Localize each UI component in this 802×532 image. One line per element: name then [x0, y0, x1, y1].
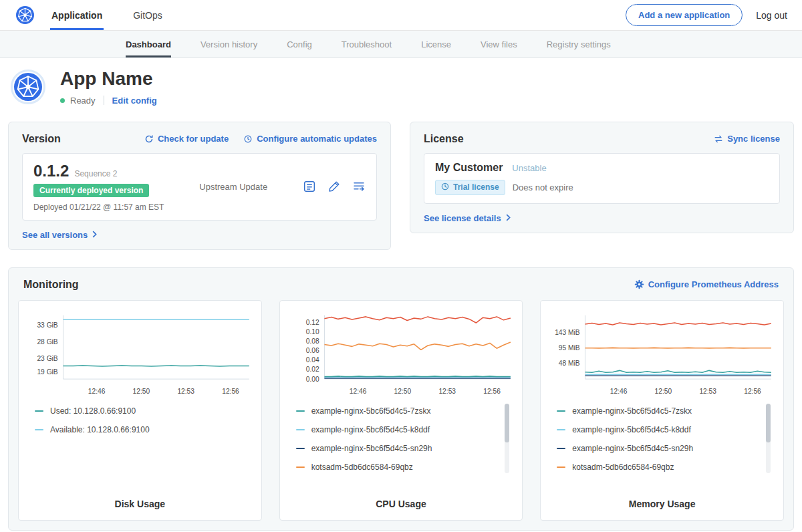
tab-troubleshoot[interactable]: Troubleshoot: [342, 31, 392, 57]
customer-name: My Customer: [435, 162, 503, 174]
license-info-panel: My Customer Unstable Trial license Does …: [424, 153, 780, 204]
cpu-usage-legend: example-nginx-5bc6f5d4c5-7zskxexample-ng…: [287, 401, 516, 481]
version-card-actions: Check for update Configure automatic upd…: [144, 134, 377, 144]
legend-label: kotsadm-5db6dc6584-69qbz: [572, 462, 674, 472]
legend-item: example-nginx-5bc6f5d4c5-sn29h: [557, 444, 759, 453]
trial-license-badge: Trial license: [435, 180, 505, 195]
monitoring-head: Monitoring Configure Prometheus Address: [18, 279, 784, 300]
legend-scrollbar-thumb[interactable]: [505, 404, 509, 442]
tab-license[interactable]: License: [421, 31, 451, 57]
license-channel: Unstable: [512, 163, 546, 173]
trial-license-label: Trial license: [453, 182, 499, 192]
x-tick-label: 12:46: [88, 387, 106, 394]
top-navbar: Application GitOps Add a new application…: [0, 0, 802, 31]
legend-color-dash: [296, 448, 305, 449]
configure-prometheus-label: Configure Prometheus Address: [648, 279, 779, 289]
license-card-head: License Sync license: [424, 133, 780, 145]
legend-item: example-nginx-5bc6f5d4c5-k8ddf: [296, 425, 499, 434]
cards-row: Version Check for update Configure autom…: [8, 122, 794, 250]
status-dot: [60, 98, 65, 103]
legend-label: kotsadm-5db6dc6584-69qbz: [311, 462, 413, 472]
version-card: Version Check for update Configure autom…: [8, 122, 391, 250]
edit-config-icon[interactable]: [327, 180, 341, 193]
tab-registry-settings[interactable]: Registry settings: [547, 31, 611, 57]
x-tick-label: 12:50: [655, 387, 672, 394]
configure-prometheus-link[interactable]: Configure Prometheus Address: [634, 279, 779, 289]
legend-item: example-nginx-5bc6f5d4c5-sn29h: [296, 444, 499, 453]
deployed-timestamp: Deployed 01/21/22 @ 11:57 am EST: [33, 203, 164, 212]
configure-automatic-updates-label: Configure automatic updates: [257, 134, 377, 144]
clock-icon: [441, 182, 449, 192]
swap-arrows-icon: [714, 134, 723, 144]
app-header: App Name Ready Edit config: [0, 58, 802, 118]
tab-version-history[interactable]: Version history: [200, 31, 257, 57]
divider: [104, 96, 104, 105]
legend-color-dash: [296, 410, 305, 412]
x-tick-label: 12:56: [222, 387, 239, 394]
license-card: License Sync license My Customer Unstabl…: [410, 122, 794, 233]
chart-svg: 0.120.100.080.060.040.020.0012:4612:5012…: [287, 309, 516, 401]
legend-item: Used: 10.128.0.66:9100: [35, 406, 237, 416]
chevron-right-icon: [92, 230, 97, 240]
x-tick-label: 12:53: [438, 387, 456, 394]
legend-color-dash: [35, 429, 43, 430]
tab-config[interactable]: Config: [287, 31, 312, 57]
chart-svg: 33 GiB28 GiB23 GiB19 GiB12:4612:5012:531…: [25, 309, 255, 401]
tab-dashboard[interactable]: Dashboard: [126, 31, 171, 57]
add-application-button[interactable]: Add a new application: [626, 4, 743, 26]
legend-scrollbar-thumb[interactable]: [766, 404, 771, 442]
legend-label: example-nginx-5bc6f5d4c5-sn29h: [311, 444, 432, 453]
y-tick-label: 33 GiB: [37, 321, 57, 329]
deployed-badge: Currently deployed version: [33, 184, 149, 197]
page-title: App Name: [60, 69, 157, 90]
configure-automatic-updates-link[interactable]: Configure automatic updates: [243, 134, 377, 144]
series-line: [324, 317, 510, 323]
y-tick-label: 0.08: [305, 338, 319, 345]
deploy-logs-icon[interactable]: [352, 180, 366, 193]
legend-color-dash: [557, 410, 565, 412]
logout-button[interactable]: Log out: [756, 10, 787, 21]
x-tick-label: 12:50: [394, 387, 411, 394]
y-tick-label: 19 GiB: [37, 368, 57, 376]
chart-svg: 143 MiB95 MiB48 MiB12:4612:5012:5312:56: [547, 309, 777, 401]
series-line: [63, 366, 249, 366]
disk-usage-legend: Used: 10.128.0.66:9100Available: 10.128.…: [25, 401, 255, 444]
charts-row: 33 GiB28 GiB23 GiB19 GiB12:4612:5012:531…: [18, 300, 784, 521]
check-for-update-link[interactable]: Check for update: [144, 134, 229, 144]
sync-license-label: Sync license: [727, 134, 780, 144]
app-status-row: Ready Edit config: [60, 96, 157, 106]
x-tick-label: 12:53: [700, 387, 717, 394]
legend-item: Available: 10.128.0.66:9100: [35, 425, 237, 434]
legend-item: example-nginx-5bc6f5d4c5-7zskx: [557, 406, 759, 416]
monitoring-card: Monitoring Configure Prometheus Address …: [8, 267, 794, 531]
see-license-details-label: See license details: [424, 213, 501, 223]
disk-usage-plot: 33 GiB28 GiB23 GiB19 GiB12:4612:5012:531…: [25, 309, 255, 401]
memory-usage-legend: example-nginx-5bc6f5d4c5-7zskxexample-ng…: [547, 401, 777, 481]
license-type-row: Trial license Does not expire: [435, 180, 769, 195]
legend-label: example-nginx-5bc6f5d4c5-7zskx: [311, 406, 431, 416]
check-for-update-label: Check for update: [158, 134, 229, 144]
y-tick-label: 23 GiB: [37, 355, 57, 362]
legend-scrollbar[interactable]: [505, 404, 509, 473]
release-notes-icon[interactable]: [303, 180, 316, 193]
series-line: [585, 370, 771, 372]
legend-color-dash: [35, 410, 43, 412]
tab-view-files[interactable]: View files: [481, 31, 517, 57]
version-number-row: 0.1.2 Sequence 2: [33, 162, 164, 180]
see-all-versions-link[interactable]: See all versions: [22, 230, 97, 240]
legend-color-dash: [557, 448, 565, 449]
tab-application[interactable]: Application: [50, 0, 104, 30]
tab-gitops[interactable]: GitOps: [132, 0, 164, 30]
clock-refresh-icon: [243, 134, 253, 144]
legend-scrollbar[interactable]: [766, 404, 771, 473]
sync-license-link[interactable]: Sync license: [714, 134, 780, 144]
edit-config-link[interactable]: Edit config: [112, 96, 157, 106]
monitoring-title: Monitoring: [23, 279, 79, 291]
version-number: 0.1.2: [33, 162, 69, 180]
y-tick-label: 0.12: [305, 319, 319, 326]
version-action-icons: [303, 180, 366, 193]
topnav-tabs: Application GitOps: [50, 0, 192, 30]
cpu-usage-plot: 0.120.100.080.060.040.020.0012:4612:5012…: [287, 309, 516, 401]
see-license-details-link[interactable]: See license details: [424, 213, 511, 223]
legend-item: kotsadm-5db6dc6584-69qbz: [557, 462, 759, 472]
